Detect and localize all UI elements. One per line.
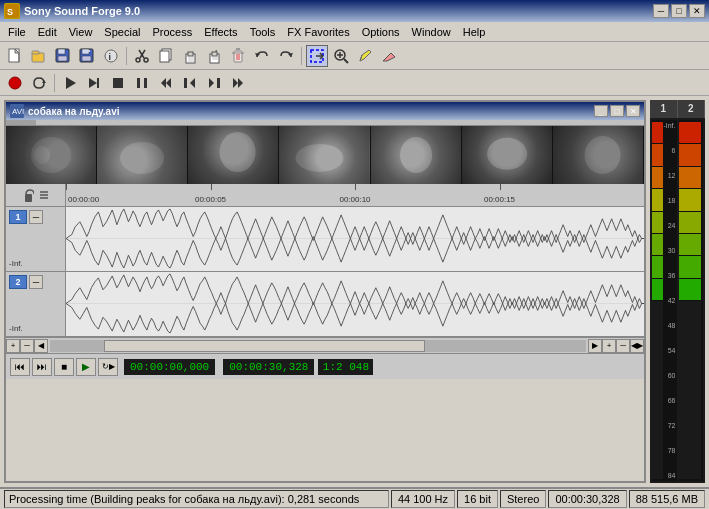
menu-process[interactable]: Process [146,24,198,40]
doc-restore-button[interactable]: □ [610,105,624,117]
svg-rect-53 [113,78,123,88]
track-1-label: 1 ─ -Inf. [6,207,66,271]
ruler-tick-0 [66,184,67,190]
transport-next-button[interactable]: ⏭ [32,358,52,376]
main-area: AVI собака на льду.avi _ □ ✕ [0,96,709,487]
menu-tools[interactable]: Tools [244,24,282,40]
scroll-zoom-fit-button[interactable]: ◀▶ [630,339,644,353]
pause-button[interactable] [131,72,153,94]
doc-close-button[interactable]: ✕ [626,105,640,117]
minimize-button[interactable]: ─ [653,4,669,18]
properties-button[interactable]: i [100,45,122,67]
timeline-ruler[interactable]: 00:00:00 00:00:05 00:00:10 00:00:15 [66,184,644,206]
scroll-thumb[interactable] [104,340,426,352]
svg-marker-62 [233,78,238,88]
window-controls: ─ □ ✕ [653,4,705,18]
toolbar-separator-2 [301,47,302,65]
open-button[interactable] [28,45,50,67]
vu-ch2-empty [679,301,702,479]
vu-ch2-label: 2 [678,100,706,118]
vu-ch2-segment-red [679,122,702,143]
maximize-button[interactable]: □ [671,4,687,18]
transport-bar: ⏮ ⏭ ■ ▶ ↻▶ 00:00:00,000 00:00:30,328 1:2… [6,353,644,379]
menu-options[interactable]: Options [356,24,406,40]
channel-icon [38,188,50,202]
menu-effects[interactable]: Effects [198,24,243,40]
scroll-right-button[interactable]: ▶ [588,339,602,353]
svg-marker-49 [42,80,46,83]
track-1-mute[interactable]: ─ [29,210,43,224]
rewind-button[interactable] [179,72,201,94]
zoom-button[interactable] [330,45,352,67]
svg-rect-7 [58,49,65,54]
save-as-button[interactable]: * [76,45,98,67]
menu-fx-favorites[interactable]: FX Favorites [281,24,355,40]
track-2-mute[interactable]: ─ [29,275,43,289]
track-1-number[interactable]: 1 [9,210,27,224]
undo-button[interactable] [251,45,273,67]
svg-rect-55 [144,78,147,88]
svg-point-78 [487,138,527,170]
menu-window[interactable]: Window [406,24,457,40]
cut-button[interactable] [131,45,153,67]
svg-point-72 [220,132,256,172]
h-scrollbar[interactable]: + ─ ◀ ▶ + ─ ◀▶ [6,337,644,353]
pencil-button[interactable] [354,45,376,67]
transport-play-button[interactable]: ▶ [76,358,96,376]
doc-title: собака на льду.avi [28,106,119,117]
paste-special-button[interactable]: * [203,45,225,67]
transport-loop-button[interactable]: ↻▶ [98,358,118,376]
status-bar: Processing time (Building peaks for соба… [0,487,709,509]
eraser-button[interactable] [378,45,400,67]
doc-minimize-button[interactable]: _ [594,105,608,117]
delete-button[interactable] [227,45,249,67]
loop-button[interactable] [28,72,50,94]
ruler-mark-0: 00:00:00 [68,195,99,204]
svg-rect-22 [188,52,193,56]
menu-view[interactable]: View [63,24,99,40]
audio-track-1: 1 ─ -Inf. [6,207,644,272]
play-selection-button[interactable] [83,72,105,94]
paste-button[interactable] [179,45,201,67]
save-button[interactable] [52,45,74,67]
scroll-add-button[interactable]: + [6,339,20,353]
record-button[interactable] [4,72,26,94]
select-tool-button[interactable] [306,45,328,67]
scroll-zoom-in-button[interactable]: + [602,339,616,353]
scroll-zoom-out-button[interactable]: ─ [616,339,630,353]
toolbar-main: * i * [0,42,709,70]
forward-button[interactable] [203,72,225,94]
end-button[interactable] [227,72,249,94]
vu-ch1-label: 1 [650,100,678,118]
new-button[interactable] [4,45,26,67]
vu-segment-red [652,122,663,143]
scroll-track[interactable] [50,340,586,352]
scroll-minus-button[interactable]: ─ [20,339,34,353]
play-button[interactable] [59,72,81,94]
video-thumb-2 [97,126,188,184]
stop-button[interactable] [107,72,129,94]
close-button[interactable]: ✕ [689,4,705,18]
prev-button[interactable] [155,72,177,94]
track-2-waveform[interactable] [66,272,644,336]
track-2-number[interactable]: 2 [9,275,27,289]
vu-label-36: 36 [663,272,677,279]
doc-window-controls: _ □ ✕ [594,105,640,117]
redo-button[interactable] [275,45,297,67]
track-1-waveform[interactable] [66,207,644,271]
svg-point-48 [9,77,21,89]
seek-thumb[interactable] [6,120,36,125]
menu-file[interactable]: File [2,24,32,40]
copy-button[interactable] [155,45,177,67]
menu-edit[interactable]: Edit [32,24,63,40]
ruler-mark-1: 00:00:05 [195,195,226,204]
vu-label-inf: -Inf. [663,122,677,129]
menu-special[interactable]: Special [98,24,146,40]
transport-stop-button[interactable]: ■ [54,358,74,376]
vu-segment-green-1 [652,234,663,255]
scroll-left-button[interactable]: ◀ [34,339,48,353]
status-message: Processing time (Building peaks for соба… [4,490,389,508]
menu-help[interactable]: Help [457,24,492,40]
transport-prev-button[interactable]: ⏮ [10,358,30,376]
video-thumb-1 [6,126,97,184]
